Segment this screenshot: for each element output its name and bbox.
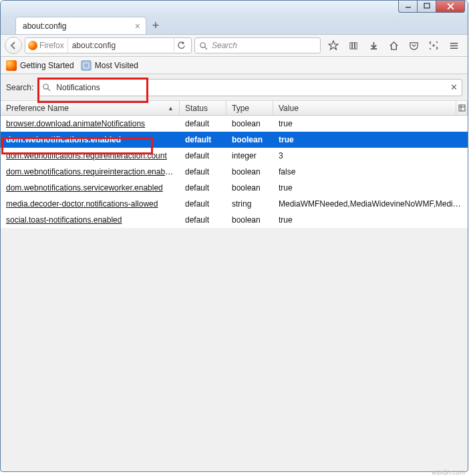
maximize-button[interactable] [417,0,436,13]
nav-toolbar: Firefox about:config Search [1,34,468,57]
svg-rect-8 [355,42,357,48]
pref-name: dom.webnotifications.requireinteraction.… [1,151,180,160]
nav-icon-group [323,36,464,55]
column-picker-icon[interactable] [456,101,468,115]
back-button[interactable] [5,37,22,54]
pref-value: false [273,167,468,176]
reload-button[interactable] [174,38,188,53]
pref-status: default [180,151,226,160]
pref-value: true [273,183,468,193]
svg-rect-1 [424,3,430,8]
svg-point-13 [43,84,48,89]
pref-name: browser.download.animateNotifications [1,119,180,128]
firefox-icon [28,41,37,50]
pref-status: default [180,199,226,209]
pref-value: MediaWMFNeeded,MediaWidevineNoWMF,Media.… [273,199,468,209]
pref-type: boolean [226,167,273,176]
pref-name: dom.webnotifications.requireinteraction.… [1,167,180,176]
pref-status: default [180,135,226,144]
search-bar[interactable]: Search [194,37,321,53]
config-search-row: Search: ✕ [1,74,468,101]
feed-icon [81,60,92,71]
config-search-input[interactable] [55,82,446,93]
downloads-icon[interactable] [363,36,383,55]
config-search-box[interactable]: ✕ [37,79,462,96]
site-identity-label: Firefox [39,41,64,50]
svg-rect-12 [84,63,89,68]
svg-line-14 [48,88,51,91]
svg-rect-7 [352,42,354,48]
window-titlebar [1,1,468,15]
pref-value: 3 [273,151,468,160]
bookmark-label: Getting Started [20,61,74,70]
search-placeholder: Search [212,41,237,50]
svg-line-5 [204,47,207,49]
pref-type: integer [226,151,273,160]
home-icon[interactable] [383,36,404,55]
pref-row[interactable]: dom.webnotifications.enableddefaultboole… [1,132,468,148]
pocket-icon[interactable] [404,36,424,55]
clear-search-icon[interactable]: ✕ [450,82,458,92]
sort-asc-icon: ▲ [168,105,174,112]
column-header-value[interactable]: Value [273,101,468,115]
pref-row[interactable]: dom.webnotifications.serviceworker.enabl… [1,180,468,196]
pref-name: media.decoder-doctor.notifications-allow… [1,199,180,209]
config-search-label: Search: [6,83,33,92]
pref-value: true [273,119,468,128]
column-header-name[interactable]: Preference Name ▲ [1,101,180,115]
bookmark-most-visited[interactable]: Most Visited [81,60,138,71]
pref-type: boolean [226,215,273,225]
pref-row[interactable]: media.decoder-doctor.notifications-allow… [1,196,468,212]
pref-type: boolean [226,119,273,128]
pref-status: default [180,167,226,176]
pref-name: dom.webnotifications.serviceworker.enabl… [1,183,180,193]
url-text: about:config [72,41,170,50]
pref-table-header: Preference Name ▲ Status Type Value [1,101,468,116]
tab-title: about:config [23,21,131,31]
column-header-status[interactable]: Status [180,101,226,115]
menu-icon[interactable] [444,36,464,55]
bookmark-star-icon[interactable] [323,36,343,55]
pref-status: default [180,119,226,128]
tab-strip: about:config × + [1,15,468,34]
pref-value: true [273,135,468,144]
pref-row[interactable]: dom.webnotifications.requireinteraction.… [1,164,468,180]
window-controls [398,0,465,13]
search-icon [199,41,208,50]
new-tab-button[interactable]: + [146,17,165,34]
svg-rect-15 [459,105,465,111]
pref-row[interactable]: dom.webnotifications.requireinteraction.… [1,148,468,164]
pref-row[interactable]: browser.download.animateNotificationsdef… [1,116,468,132]
pref-name: social.toast-notifications.enabled [1,215,180,225]
pref-name: dom.webnotifications.enabled [1,135,180,144]
svg-point-4 [200,42,205,47]
minimize-button[interactable] [398,0,417,13]
pref-status: default [180,215,226,225]
tab-about-config[interactable]: about:config × [15,17,146,34]
search-icon [42,83,51,92]
browser-window: about:config × + Firefox about:config Se… [0,0,468,472]
pref-type: boolean [226,135,273,144]
develop-icon[interactable] [424,36,444,55]
watermark: wsxdn.com [432,469,465,476]
pref-status: default [180,183,226,193]
pref-table-body: browser.download.animateNotificationsdef… [1,116,468,228]
column-header-type[interactable]: Type [226,101,273,115]
firefox-icon [6,60,17,71]
library-icon[interactable] [343,36,363,55]
bookmarks-toolbar: Getting Started Most Visited [1,57,468,74]
tab-close-icon[interactable]: × [135,21,140,31]
site-identity[interactable]: Firefox [28,38,68,53]
pref-row[interactable]: social.toast-notifications.enableddefaul… [1,212,468,228]
url-bar[interactable]: Firefox about:config [25,37,192,53]
svg-rect-6 [349,42,351,48]
pref-type: string [226,199,273,209]
close-button[interactable] [436,0,465,13]
pref-type: boolean [226,183,273,193]
pref-value: true [273,215,468,225]
bookmark-label: Most Visited [95,61,138,70]
bookmark-getting-started[interactable]: Getting Started [6,60,74,71]
